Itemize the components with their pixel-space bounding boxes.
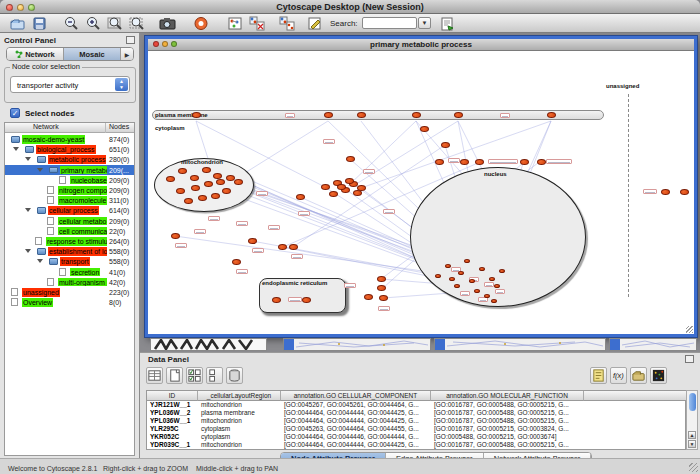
network-node[interactable] [178,168,187,174]
network-node[interactable] [489,277,495,281]
network-node[interactable] [484,294,490,298]
network-node[interactable] [435,159,444,165]
network-node[interactable] [184,198,193,204]
help-icon[interactable] [192,16,210,31]
table-cell[interactable]: [GO:0016787, GO:0005488, GO:0005215, G..… [431,417,584,425]
network-node[interactable] [475,159,484,165]
table-cell[interactable]: plasma membrane [198,409,281,417]
network-node[interactable] [198,195,207,201]
network-node[interactable] [211,193,220,199]
tree-row[interactable]: transport558(0) [5,256,134,266]
network-view-window[interactable]: primary metabolic process plasma membran… [145,36,697,337]
search-input[interactable] [362,17,417,29]
network-node[interactable] [329,191,338,197]
tree-row[interactable]: nucleobase-209(0) [5,175,134,185]
expander-icon[interactable] [25,208,31,212]
table-cell[interactable]: cytoplasm [198,433,281,441]
tab-mosaic[interactable]: Mosaic [64,48,121,60]
network-node[interactable] [192,112,201,118]
network-node[interactable] [302,297,311,303]
network-node[interactable] [491,299,497,303]
tree-row[interactable]: nitrogen compo209(0) [5,185,134,195]
tree-row[interactable]: biological_process651(0) [5,144,134,154]
background-window-sliver[interactable] [283,338,431,351]
table-column-header[interactable]: annotation.GO MOLECULAR_FUNCTION [431,391,584,401]
network-node[interactable] [474,289,480,293]
network-node[interactable] [357,112,366,118]
matrix-view-icon[interactable] [650,367,667,384]
background-window-sliver[interactable] [609,338,697,351]
network-node[interactable] [202,167,211,173]
tree-row[interactable]: cellular process614(0) [5,205,134,215]
open-icon[interactable] [8,16,26,31]
table-column-header[interactable]: annotation.GO CELLULAR_COMPONENT [281,391,431,401]
background-window-sliver[interactable] [150,338,267,351]
network-node[interactable] [379,295,388,301]
tree-row[interactable]: response to stimulu264(0) [5,236,134,246]
float-panel-icon[interactable] [685,355,694,363]
table-cell[interactable]: YDR039C__1 [147,441,198,449]
unselect-attributes-icon[interactable] [206,367,223,384]
network-node[interactable] [176,188,185,194]
network-node[interactable] [353,190,362,196]
table-cell[interactable]: [GO:0044464, GO:0044444, GO:0044425, G..… [281,441,431,449]
network-node[interactable] [346,156,355,162]
network-node[interactable] [272,297,281,303]
function-builder-icon[interactable]: f(x) [610,367,627,384]
table-cell[interactable]: mitochondrion [198,401,281,409]
network-node[interactable] [248,238,257,244]
scroll-down-icon[interactable]: ▼ [688,440,696,448]
network-node[interactable] [445,264,451,268]
show-all-icon[interactable] [278,16,296,31]
network-node[interactable] [479,267,485,271]
app-resize-grip[interactable] [689,463,698,472]
network-node[interactable] [469,279,475,283]
expander-icon[interactable] [37,259,43,263]
network-node[interactable] [520,159,529,165]
network-node[interactable] [337,184,346,190]
table-scrollbar[interactable]: ▲ ▼ [686,390,698,450]
network-node[interactable] [454,284,460,288]
table-cell[interactable]: [GO:0044464, GO:0044446, GO:0044444, G..… [281,433,431,441]
network-node[interactable] [278,244,287,250]
table-cell[interactable]: cytoplasm [198,425,281,433]
network-node[interactable] [435,274,441,278]
hide-selected-icon[interactable] [248,16,266,31]
snapshot-icon[interactable] [158,16,176,31]
table-cell[interactable]: [GO:0045263, GO:0044464, GO:0044455, G..… [281,425,431,433]
tab-overflow-icon[interactable]: ▶ [121,48,133,60]
tree-row[interactable]: cell communicat22(0) [5,226,134,236]
network-node[interactable] [460,159,469,165]
network-node[interactable] [377,276,386,282]
node-color-dropdown[interactable]: transporter activity ▲▼ [10,76,130,93]
table-cell[interactable]: [GO:0016787, GO:0005488, GO:0005215, G..… [431,409,584,417]
expander-icon[interactable] [37,168,43,172]
network-node[interactable] [537,159,546,165]
table-cell[interactable]: YKR052C [147,433,198,441]
expander-icon[interactable] [25,157,31,161]
tree-row[interactable]: mosaic-demo-yeast874(0) [5,134,134,144]
network-window-titlebar[interactable]: primary metabolic process [148,39,694,51]
network-node[interactable] [204,181,213,187]
import-table-icon[interactable] [630,367,647,384]
background-window-sliver[interactable] [434,338,606,351]
network-node[interactable] [412,112,421,118]
network-node[interactable] [454,112,463,118]
zoom-in-icon[interactable] [84,16,102,31]
network-node[interactable] [226,175,235,181]
window-resize-grip[interactable] [686,326,693,333]
attribute-batch-icon[interactable] [590,367,607,384]
table-cell[interactable]: [GO:0044464, GO:0044444, GO:0044425, G..… [281,417,431,425]
network-node[interactable] [345,178,354,184]
network-node[interactable] [234,179,243,185]
network-node[interactable] [289,244,298,250]
delete-attribute-icon[interactable] [226,367,243,384]
network-node[interactable] [190,175,199,181]
tree-row[interactable]: establishment of lo558(0) [5,246,134,256]
table-column-header[interactable]: _cellularLayoutRegion [198,391,281,401]
scrollbar-thumb[interactable] [689,393,696,411]
network-node[interactable] [171,233,180,239]
network-node[interactable] [222,188,231,194]
table-cell[interactable]: YJR121W__1 [147,401,198,409]
new-attribute-icon[interactable] [166,367,183,384]
